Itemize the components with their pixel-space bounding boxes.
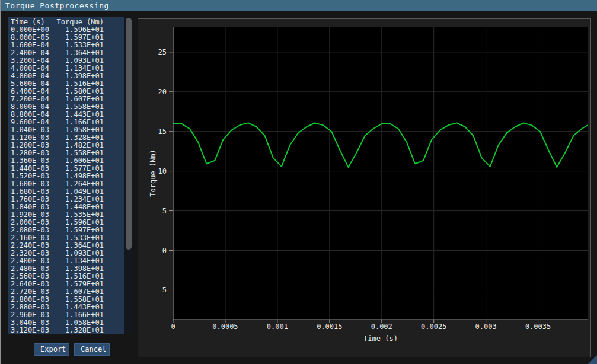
y-axis-title: Torque (Nm) <box>149 149 157 196</box>
resize-grip-icon[interactable] <box>588 355 597 364</box>
y-tick-label: -5 <box>158 286 167 294</box>
export-button[interactable]: Export <box>34 343 69 356</box>
x-tick-label: 0.0015 <box>317 323 342 331</box>
x-tick-label: 0 <box>171 323 175 331</box>
y-tick-label: 0 <box>162 247 167 255</box>
panel-separator <box>5 337 136 337</box>
cancel-button[interactable]: Cancel <box>74 343 110 356</box>
time-cell: 3.120E-03 <box>11 327 49 334</box>
title-bar[interactable]: Torque Postprocessing <box>1 0 597 11</box>
y-tick-label: 25 <box>158 48 167 56</box>
x-tick-label: 0.0035 <box>525 323 551 331</box>
y-tick-label: 10 <box>158 167 167 175</box>
torque-cell: 1.328E+01 <box>49 327 124 334</box>
x-tick-label: 0.002 <box>371 323 392 331</box>
torque-postprocessing-window: Torque Postprocessing Time (s) Torque (N… <box>0 0 597 364</box>
plot-panel: -5051015202500.00050.0010.00150.0020.002… <box>138 18 591 357</box>
plot-area <box>173 27 588 320</box>
x-tick-label: 0.0025 <box>421 323 446 331</box>
x-tick-label: 0.001 <box>267 323 288 331</box>
scrollbar-thumb[interactable] <box>126 18 132 250</box>
window-title: Torque Postprocessing <box>5 1 109 10</box>
x-tick-label: 0.0005 <box>212 323 238 331</box>
table-row[interactable]: 3.120E-031.328E+01 <box>8 327 124 334</box>
y-tick-label: 5 <box>162 207 167 215</box>
x-axis-title: Time (s) <box>363 334 398 343</box>
table-rows: 0.000E+001.596E+018.000E-051.597E+011.60… <box>8 26 124 334</box>
table-scrollbar[interactable] <box>124 17 133 334</box>
y-tick-label: 15 <box>158 127 167 136</box>
torque-chart: -5051015202500.00050.0010.00150.0020.002… <box>138 19 590 357</box>
data-table: Time (s) Torque (Nm) 0.000E+001.596E+018… <box>8 17 124 334</box>
y-tick-label: 20 <box>158 88 167 96</box>
x-tick-label: 0.003 <box>475 323 497 331</box>
